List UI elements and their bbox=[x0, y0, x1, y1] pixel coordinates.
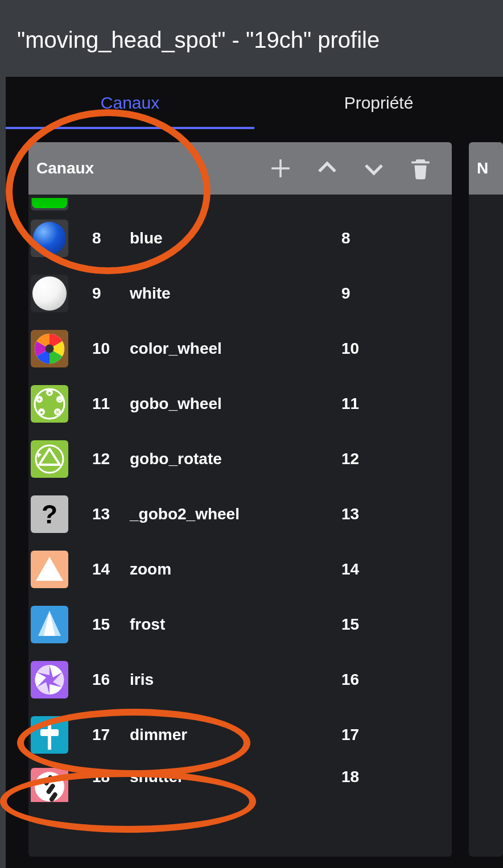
channel-number: 12 bbox=[68, 450, 130, 468]
channels-panel: Canaux 8blue89white910color_wheel10★–✕●+… bbox=[28, 142, 452, 857]
page-title: "moving_head_spot" - "19ch" profile bbox=[0, 0, 503, 70]
iris-icon bbox=[31, 661, 68, 698]
channel-name: blue bbox=[130, 229, 341, 247]
channel-name: gobo_rotate bbox=[130, 450, 341, 468]
tab-canaux[interactable]: Canaux bbox=[6, 77, 254, 129]
channel-row[interactable]: 18shutter18 bbox=[28, 762, 452, 802]
side-panel-header: N bbox=[469, 142, 503, 195]
tab-underline bbox=[6, 127, 254, 129]
channel-address: 9 bbox=[341, 284, 450, 303]
green-strip-icon bbox=[31, 198, 68, 210]
svg-text:●: ● bbox=[40, 409, 43, 415]
channel-address: 8 bbox=[341, 229, 450, 247]
channel-number: 14 bbox=[68, 560, 130, 578]
channel-number: 11 bbox=[68, 395, 130, 413]
channel-name: _gobo2_wheel bbox=[130, 505, 341, 523]
svg-text:✕: ✕ bbox=[55, 409, 60, 415]
channel-row[interactable]: 12gobo_rotate12 bbox=[28, 431, 452, 486]
tab-proprietes[interactable]: Propriété bbox=[254, 77, 503, 129]
channel-name: color_wheel bbox=[130, 340, 341, 358]
channel-row[interactable]: 17dimmer17 bbox=[28, 707, 452, 762]
content-area: Canaux Propriété Canaux bbox=[6, 77, 503, 868]
svg-rect-26 bbox=[40, 729, 59, 736]
channel-address: 14 bbox=[341, 560, 450, 578]
channel-number: 15 bbox=[68, 615, 130, 634]
channel-row[interactable]: 8blue8 bbox=[28, 210, 452, 266]
channel-address: 17 bbox=[341, 726, 450, 744]
channel-name: dimmer bbox=[130, 726, 341, 744]
move-down-button[interactable] bbox=[351, 142, 397, 195]
trash-icon bbox=[409, 156, 432, 180]
channel-name: frost bbox=[130, 615, 341, 634]
chevron-up-icon bbox=[315, 156, 339, 180]
channel-name: shutter bbox=[130, 768, 341, 786]
panels: Canaux 8blue89white910color_wheel10★–✕●+… bbox=[28, 142, 503, 857]
channel-name: zoom bbox=[130, 560, 341, 578]
gobo-wheel-icon: ★–✕●+ bbox=[31, 385, 68, 423]
svg-rect-14 bbox=[31, 441, 68, 477]
channel-row[interactable]: 10color_wheel10 bbox=[28, 321, 452, 376]
svg-point-1 bbox=[46, 344, 54, 353]
channel-address: 16 bbox=[341, 671, 450, 689]
channel-number: 10 bbox=[68, 340, 130, 358]
channel-number: 16 bbox=[68, 671, 130, 689]
svg-text:★: ★ bbox=[47, 390, 52, 396]
blue-sphere-icon bbox=[31, 220, 68, 257]
color-wheel-icon bbox=[31, 330, 68, 367]
plus-icon bbox=[269, 156, 292, 180]
channel-row[interactable] bbox=[28, 198, 452, 210]
channels-panel-title: Canaux bbox=[36, 159, 94, 177]
channel-row[interactable]: 15frost15 bbox=[28, 597, 452, 652]
delete-channel-button[interactable] bbox=[397, 142, 444, 195]
channel-address: 15 bbox=[341, 615, 450, 634]
frost-icon bbox=[31, 606, 68, 643]
dimmer-icon bbox=[31, 716, 68, 754]
channel-name: iris bbox=[130, 671, 341, 689]
side-panel-title: N bbox=[477, 159, 488, 177]
channel-address: 13 bbox=[341, 505, 450, 523]
channel-number: 13 bbox=[68, 505, 130, 523]
channel-number: 9 bbox=[68, 284, 130, 303]
svg-text:–: – bbox=[58, 396, 61, 403]
shutter-icon bbox=[31, 768, 68, 802]
gobo-rotate-icon bbox=[31, 440, 68, 478]
channel-row[interactable]: ★–✕●+11gobo_wheel11 bbox=[28, 376, 452, 431]
channel-address: 11 bbox=[341, 395, 450, 413]
zoom-icon bbox=[31, 551, 68, 588]
channel-row[interactable]: 14zoom14 bbox=[28, 542, 452, 597]
channel-number: 8 bbox=[68, 229, 130, 247]
svg-text:+: + bbox=[38, 396, 41, 403]
add-channel-button[interactable] bbox=[257, 142, 304, 195]
tab-bar: Canaux Propriété bbox=[6, 77, 503, 129]
question-icon: ? bbox=[31, 495, 68, 533]
channel-address: 12 bbox=[341, 450, 450, 468]
chevron-down-icon bbox=[362, 156, 386, 180]
channel-row[interactable]: ?13_gobo2_wheel13 bbox=[28, 486, 452, 542]
channel-address: 18 bbox=[341, 768, 450, 786]
channels-panel-header: Canaux bbox=[28, 142, 452, 195]
channel-address: 10 bbox=[341, 340, 450, 358]
channel-row[interactable]: 16iris16 bbox=[28, 652, 452, 707]
channel-name: white bbox=[130, 284, 341, 303]
channel-list: 8blue89white910color_wheel10★–✕●+11gobo_… bbox=[28, 195, 452, 857]
channel-number: 18 bbox=[68, 768, 130, 786]
channel-row[interactable]: 9white9 bbox=[28, 266, 452, 321]
white-sphere-icon bbox=[31, 275, 68, 312]
move-up-button[interactable] bbox=[304, 142, 351, 195]
channel-name: gobo_wheel bbox=[130, 395, 341, 413]
side-panel: N bbox=[469, 142, 503, 857]
channel-number: 17 bbox=[68, 726, 130, 744]
